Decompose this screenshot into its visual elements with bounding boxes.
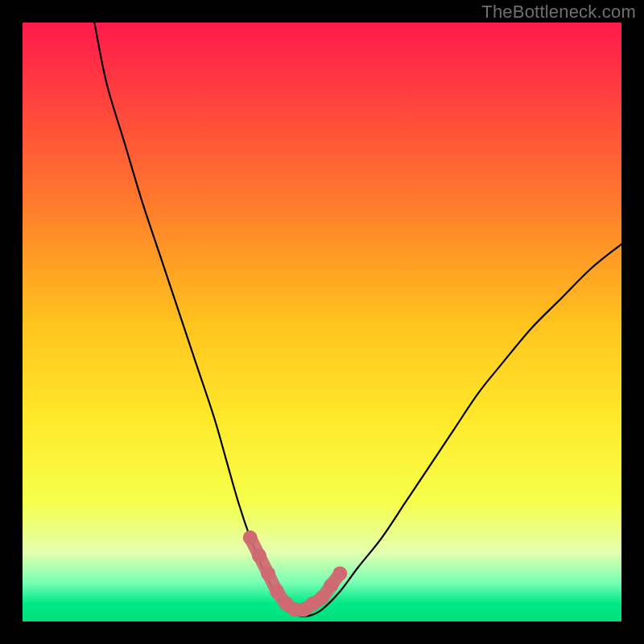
optimal-range-dot [252,548,266,563]
watermark-text: TheBottleneck.com [481,2,636,23]
optimal-range-dot [243,530,258,545]
optimal-range-dot [324,578,338,592]
optimal-range-dot [315,590,329,605]
plot-area [23,23,621,621]
bottleneck-chart [23,23,621,621]
gradient-background [23,23,621,621]
optimal-range-dot [261,566,275,580]
chart-frame: TheBottleneck.com [0,0,644,644]
optimal-range-dot [332,566,347,580]
optimal-range-dot [270,584,284,599]
